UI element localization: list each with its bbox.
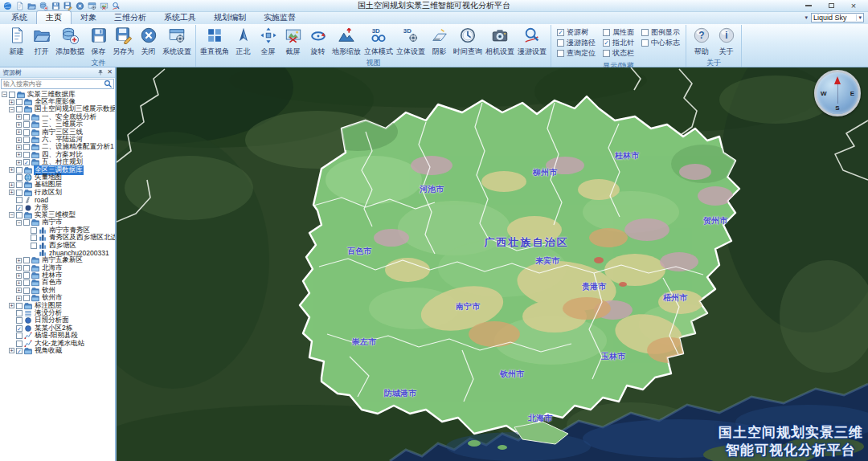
open-button[interactable]: 打开 [29,26,54,57]
new-icon[interactable] [15,2,24,10]
layer-checkbox[interactable] [31,227,37,234]
toggle-6[interactable]: 图例显示 [641,27,680,38]
expand-icon[interactable]: + [16,280,22,286]
expand-icon[interactable]: + [9,100,14,105]
checkbox-unchecked-icon[interactable] [641,39,649,47]
layer-checkbox[interactable] [23,129,30,136]
expand-icon[interactable]: + [16,296,22,301]
checkbox-unchecked-icon[interactable] [557,50,564,57]
tree-item-label[interactable]: 视角收藏 [34,346,63,356]
layer-checkbox[interactable] [16,341,23,347]
add-data-icon[interactable] [39,2,48,10]
layer-checkbox[interactable] [23,144,30,150]
terrain-zoom-button[interactable]: 地形缩放 [330,26,362,57]
layer-checkbox[interactable] [16,310,23,316]
stereo-settings-button[interactable]: 3D立体设置 [395,26,427,57]
layer-checkbox[interactable] [23,121,30,128]
expand-icon[interactable]: + [16,265,22,271]
new-button[interactable]: 新建 [4,26,29,57]
layer-checkbox[interactable] [23,219,30,226]
toggle-0[interactable]: ✓资源树 [557,27,596,38]
expand-icon[interactable]: + [16,258,22,263]
layer-checkbox-checked[interactable]: ✓ [16,205,23,211]
close-button[interactable]: × [849,2,858,10]
tree-item[interactable]: +✓视角收藏 [0,347,115,354]
layer-checkbox-checked[interactable]: ✓ [23,159,30,165]
toggle-7[interactable]: 中心标志 [641,38,680,48]
tab-4[interactable]: 系统工具 [155,11,205,24]
expand-icon[interactable]: + [9,348,14,353]
save-icon[interactable] [51,2,60,10]
system-settings-button[interactable]: 系统设置 [161,26,193,57]
help-button[interactable]: ?帮助 [689,26,714,57]
maximize-button[interactable] [826,2,836,10]
layer-checkbox[interactable] [16,317,23,324]
expand-icon[interactable]: + [16,114,22,120]
close-button[interactable]: 关闭 [136,26,161,57]
layer-checkbox[interactable] [16,332,23,339]
tab-home[interactable]: 主页 [36,10,72,24]
expand-icon[interactable]: + [16,288,22,293]
toggle-2[interactable]: 查询定位 [557,48,596,59]
layer-checkbox[interactable] [16,174,23,181]
open-icon[interactable] [27,2,36,10]
layer-checkbox[interactable] [23,265,30,271]
layer-checkbox[interactable] [23,295,30,301]
expand-icon[interactable]: + [16,145,22,150]
layer-checkbox-checked[interactable]: ✓ [16,348,23,354]
compass[interactable]: W E S [814,70,861,116]
tab-6[interactable]: 实施监督 [255,11,305,24]
layer-checkbox[interactable] [16,106,23,112]
time-query-button[interactable]: 时间查询 [452,26,484,57]
layer-checkbox[interactable] [31,243,37,249]
close-icon[interactable] [76,2,84,10]
checkbox-unchecked-icon[interactable] [603,29,610,36]
expand-icon[interactable]: + [16,137,22,143]
layer-checkbox[interactable] [16,182,23,188]
layer-checkbox[interactable] [23,137,30,143]
layer-checkbox[interactable] [23,288,30,294]
toggle-5[interactable]: 状态栏 [603,48,634,59]
tab-2[interactable]: 对象 [72,11,105,24]
checkbox-unchecked-icon[interactable] [641,29,649,36]
north-button[interactable]: 正北 [231,26,256,57]
tab-3[interactable]: 三维分析 [105,11,155,24]
tree-item[interactable]: +行政区划 [0,189,115,196]
collapse-icon[interactable]: − [9,107,14,112]
layer-checkbox[interactable] [23,279,30,286]
add-data-button[interactable]: 添加数据 [54,26,86,57]
pin-icon[interactable] [97,69,104,75]
collapse-icon[interactable]: − [16,220,22,226]
capture-button[interactable]: 截屏 [280,26,305,57]
checkbox-checked-icon[interactable]: ✓ [603,39,610,47]
layer-checkbox[interactable] [16,167,23,173]
layer-checkbox[interactable] [16,190,23,196]
expand-icon[interactable]: + [16,129,22,135]
save-as-icon[interactable] [63,2,72,10]
layer-checkbox[interactable] [23,114,30,120]
layer-checkbox[interactable] [16,212,23,218]
save-as-button[interactable]: 另存为 [111,26,136,57]
expand-icon[interactable]: + [9,167,14,173]
system-settings-icon[interactable] [88,2,96,10]
layer-checkbox[interactable] [23,152,30,158]
checkbox-unchecked-icon[interactable] [603,50,610,57]
rotate-button[interactable]: 旋转 [305,26,330,57]
stereo-mode-button[interactable]: 3D立体模式 [362,26,395,57]
layer-checkbox[interactable] [16,99,23,105]
map-viewport[interactable]: 广西壮族自治区河池市柳州市桂林市贺州市百色市来宾市贵港市梧州市南宁市崇左市玉林市… [117,67,868,461]
expand-icon[interactable]: + [16,160,22,165]
fullscreen-button[interactable]: 全屏 [256,26,280,57]
tree-item[interactable]: +百色市 [0,279,115,287]
roam-settings-button[interactable]: 漫游设置 [516,26,548,57]
satellite-basemap[interactable] [117,67,868,461]
checkbox-unchecked-icon[interactable] [557,39,564,47]
layer-checkbox-checked[interactable]: ✓ [16,325,23,332]
layer-checkbox[interactable] [23,272,30,279]
expand-icon[interactable]: + [9,182,14,188]
close-panel-icon[interactable]: ✕ [107,69,113,75]
theme-dropdown[interactable]: Liquid Sky ▾ [811,13,864,22]
expand-icon[interactable]: + [9,190,14,195]
collapse-icon[interactable]: − [2,92,7,97]
app-globe-icon[interactable] [3,2,12,10]
